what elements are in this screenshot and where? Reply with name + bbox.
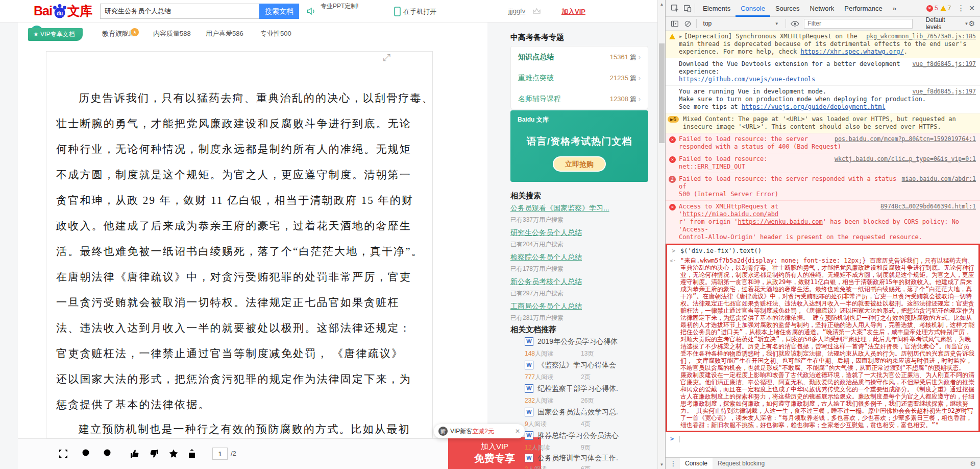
message-url-link[interactable]: https://github.com/vuejs/vue-devtools — [679, 76, 815, 83]
promo-banner[interactable]: Baidu 文库 语言/资格考试热门文档 立即抢购 — [510, 110, 648, 182]
related-search-item[interactable]: 工商局公务员个人总结 — [510, 301, 582, 311]
doc-title-link[interactable]: 纪检监察干部学习心得体. — [537, 384, 618, 393]
star-icon[interactable] — [167, 448, 180, 460]
join-vip-link[interactable]: 加入VIP — [561, 7, 585, 16]
tab-network[interactable]: Network — [805, 0, 840, 17]
source-link[interactable]: wkctj.baidu.com/clic…p_type=0&is_vip=0:1 — [835, 155, 976, 163]
context-selector[interactable]: top ▼ — [703, 20, 779, 27]
console-prompt[interactable]: > — [666, 432, 980, 444]
drawer-settings-gear-icon[interactable]: ⚙ — [970, 460, 976, 467]
log-levels-dropdown[interactable]: Default levels ▼ — [926, 16, 969, 31]
more-tabs-chevron[interactable]: » — [888, 0, 901, 17]
logo-bai: Bai — [34, 4, 52, 18]
error-count[interactable]: 5 — [935, 5, 938, 12]
related-search-link[interactable]: 检察院公务员个人总结 — [510, 253, 582, 261]
devtools-close-icon[interactable]: ✕ — [969, 4, 975, 12]
devtools-panel: Elements Console Sources Network Perform… — [665, 0, 980, 469]
word-doc-icon: W — [525, 431, 533, 440]
console-settings-gear-icon[interactable]: ⚙ — [968, 19, 975, 28]
source-link[interactable]: vue_f8d6845.js:197 — [912, 88, 976, 96]
related-search-link[interactable]: 公务员观看《国家监察》学习... — [510, 204, 609, 212]
share-icon[interactable] — [186, 448, 198, 460]
source-link[interactable]: miao.baidu.com/abdr:1 — [902, 175, 976, 183]
tab-sources[interactable]: Sources — [770, 0, 805, 17]
username-link[interactable]: jjjggfv — [508, 7, 525, 15]
clear-console-icon[interactable] — [684, 20, 692, 28]
ppt-promo-text[interactable]: 专业PPT定制! — [321, 2, 359, 11]
page-scrollbar[interactable]: ▲ ▼ — [657, 0, 665, 469]
related-search-item[interactable]: 公务员观看《国家监察》学习... — [510, 203, 609, 213]
doc-text-line: 一旦贪污受贿就会被取消一切特权。法律规定正七品官如果贪赃枉 — [56, 295, 425, 321]
banner-buy-button[interactable]: 立即抢购 — [553, 156, 606, 172]
doc-title-link[interactable]: 2019年公务员学习心得体 — [537, 337, 618, 346]
tab-elements[interactable]: Elements — [698, 0, 736, 17]
related-search-link[interactable]: 工商局公务员个人总结 — [510, 302, 582, 310]
message-text: r' from origin ' — [679, 218, 738, 225]
source-link[interactable]: 89748c3…0029bd646394.html:1 — [880, 203, 976, 210]
message-url-link[interactable]: https://miao.baidu.com/abd — [682, 210, 778, 218]
tab-performance[interactable]: Performance — [839, 0, 887, 17]
source-link[interactable]: pos.baidu.com/mcem?p…80&tcn=1592019764:1 — [835, 135, 976, 143]
console-sidebar-icon[interactable] — [671, 19, 679, 28]
devtools-menu-icon[interactable]: ⋮ — [957, 4, 965, 13]
drawer-menu-icon[interactable]: ⋮ — [670, 459, 677, 467]
scrollbar-thumb[interactable] — [659, 43, 665, 143]
repeat-count-badge[interactable]: ▶6 — [668, 116, 679, 123]
related-search-meta: 已有297万用户搜索 — [510, 289, 564, 298]
console-error-cors: ✕ 89748c3…0029bd646394.html:1Access to X… — [666, 201, 980, 244]
related-search-item[interactable]: 研究生公务员个人总结 — [510, 228, 582, 238]
shop-name[interactable]: 教育旗舰店 — [102, 29, 135, 38]
vip-badge-icon[interactable] — [532, 8, 541, 15]
source-link[interactable]: vue_f8d6845.js:197 — [912, 60, 976, 68]
zoom-out-icon[interactable] — [81, 448, 93, 460]
doc-title-link[interactable]: 国家公务员法高效学习总. — [537, 408, 618, 417]
stat-professional: 专业性500 — [260, 29, 291, 38]
console-filter-input[interactable] — [804, 19, 912, 29]
thumbs-up-icon[interactable] — [129, 448, 141, 460]
word-doc-icon: W — [525, 361, 533, 369]
baidu-wenku-logo[interactable]: Bai du 文库 — [34, 3, 92, 19]
console-info-vue-devtools: vue_f8d6845.js:197Download the Vue Devto… — [666, 58, 980, 86]
fullscreen-icon[interactable] — [57, 448, 69, 460]
console-log-area: pkg_wkcommon_lib_76573a0.js:185▸[Depreca… — [666, 31, 980, 444]
scrollbar-up-arrow[interactable]: ▲ — [658, 2, 666, 7]
warning-badge-icon[interactable] — [940, 6, 946, 11]
related-search-link[interactable]: 研究生公务员个人总结 — [510, 228, 582, 237]
zoom-in-icon[interactable] — [102, 448, 114, 460]
exam-item-courses[interactable]: 名师辅导课程 12308 篇 › — [511, 88, 648, 109]
thumbs-down-icon[interactable] — [148, 448, 160, 460]
related-search-item[interactable]: 检察院公务员个人总结 — [510, 252, 582, 262]
doc-title-link[interactable]: 公务员培训学习体会工作. — [537, 454, 618, 463]
open-on-phone-link[interactable]: 在手机打开 — [403, 7, 436, 16]
warning-count[interactable]: 7 — [948, 5, 951, 12]
popup-highlight: 立减2元 — [472, 427, 494, 436]
search-button[interactable]: 搜索文档 — [259, 4, 299, 19]
console-command[interactable]: > $('div.ie-fix').text() — [667, 245, 978, 256]
fullscreen-expand-icon[interactable]: ⤢ — [383, 52, 390, 63]
drawer-tab-request-blocking[interactable]: Request blocking — [713, 458, 770, 469]
scrollbar-down-arrow[interactable]: ▼ — [658, 462, 666, 467]
chevron-right-icon: › — [639, 75, 641, 82]
drawer-tab-console[interactable]: Console — [680, 458, 713, 469]
related-search-link[interactable]: 新公务员考核个人总结 — [510, 277, 582, 286]
tab-console[interactable]: Console — [736, 0, 770, 17]
message-url-link[interactable]: https://wenku.baidu.com — [738, 218, 823, 225]
message-url-link[interactable]: https://vuejs.org/guide/deployment.html — [742, 103, 886, 110]
message-text: Mixed Content: The page at '<URL>' was l… — [679, 115, 976, 123]
expand-arrow-icon[interactable]: ▸ — [679, 33, 682, 40]
message-url-link[interactable]: https://xhr.spec.whatwg.org/ — [800, 48, 903, 55]
related-search-item[interactable]: 新公务员考核个人总结 — [510, 277, 582, 287]
device-toolbar-icon[interactable] — [683, 4, 692, 13]
doc-title-link[interactable]: 推荐总结-学习公务员法心 — [537, 431, 619, 440]
error-badge-icon[interactable]: ✕ — [926, 5, 933, 12]
source-link[interactable]: pkg_wkcommon_lib_76573a0.js:185 — [866, 33, 976, 40]
search-input[interactable] — [101, 4, 259, 18]
exam-item-difficult[interactable]: 重难点突破 21235 篇 › — [511, 67, 648, 88]
inspect-element-icon[interactable] — [671, 4, 679, 13]
doc-text-line: 在唐朝法律《唐律疏议》中，对贪污受贿犯罪的处罚非常严厉，官吏 — [56, 270, 425, 295]
doc-readers: 12人阅读 — [525, 443, 550, 452]
live-expression-eye-icon[interactable] — [791, 20, 799, 27]
exam-item-knowledge[interactable]: 知识点总结 15361 篇 › — [511, 46, 648, 67]
doc-title-link[interactable]: 《监察法》学习心得体会 — [537, 361, 616, 370]
page-number-input[interactable] — [212, 448, 228, 460]
